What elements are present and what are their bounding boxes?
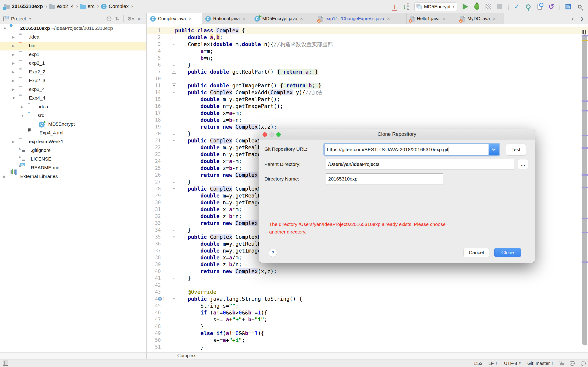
git-url-combobox[interactable]: https://gitee.com/BESTI-IS-JAVA-2018/201… xyxy=(324,144,499,156)
error-stripe-mark[interactable] xyxy=(582,232,588,233)
commit-icon[interactable] xyxy=(523,2,533,12)
tree-item-Exp4_4.iml[interactable]: Exp4_4.iml xyxy=(0,129,146,138)
editor-scrollbar[interactable] xyxy=(582,24,588,352)
tree-item-exp2_1[interactable]: ▶exp2_1 xyxy=(0,59,146,68)
tree-item-src[interactable]: ▼src xyxy=(0,111,146,120)
panel-splitter[interactable] xyxy=(146,13,147,359)
chevron-right-icon[interactable]: ▶ xyxy=(12,79,15,83)
tree-item-.idea[interactable]: ▶.idea xyxy=(0,103,146,111)
parent-directory-input[interactable]: /Users/yan/IdeaProjects xyxy=(326,159,514,170)
tab-MD5Encrypt.java[interactable]: CMD5Encrypt.java× xyxy=(251,13,315,24)
tab-Rational.java[interactable]: CRational.java× xyxy=(202,13,251,24)
error-stripe-mark[interactable] xyxy=(582,187,588,188)
close-window-icon[interactable] xyxy=(262,132,267,137)
breadcrumb-item-src[interactable]: src xyxy=(80,3,95,9)
status-LF[interactable]: LF⇕ xyxy=(488,361,498,366)
tree-item-20165310exp[interactable]: ▼20165310exp ~/IdeaProjects/20165310exp xyxy=(0,24,146,33)
download-icon[interactable]: ↓ xyxy=(389,2,400,12)
close-icon[interactable]: × xyxy=(242,16,246,22)
tabs-dropdown-icon[interactable]: ▾ xyxy=(572,17,573,21)
error-stripe-mark[interactable] xyxy=(582,35,588,36)
zoom-window-icon[interactable] xyxy=(276,132,281,137)
cancel-button[interactable]: Cancel xyxy=(464,248,489,257)
tree-item-Exp4_4[interactable]: ▼Exp4_4 xyxy=(0,94,146,103)
update-code-icon[interactable]: ↓011001 xyxy=(401,2,411,12)
tree-item-.idea[interactable]: ▶.idea xyxy=(0,33,146,42)
status-1-53[interactable]: 1:53 xyxy=(474,361,483,366)
breadcrumb-item-exp2_4[interactable]: exp2_4 xyxy=(49,3,73,9)
hide-panel-icon[interactable]: ⇤ xyxy=(138,16,142,22)
close-icon[interactable]: × xyxy=(300,16,303,22)
collapse-all-icon[interactable]: ⇅ xyxy=(115,16,119,22)
error-stripe-mark[interactable] xyxy=(582,77,588,78)
coverage-icon[interactable] xyxy=(483,2,493,12)
chevron-right-icon[interactable]: ▶ xyxy=(12,35,15,39)
browse-button[interactable]: ... xyxy=(518,159,528,169)
chevron-down-icon[interactable]: ▼ xyxy=(12,96,15,100)
locate-icon[interactable] xyxy=(107,17,111,21)
lock-icon[interactable] xyxy=(560,363,564,365)
chevron-right-icon[interactable]: ▶ xyxy=(12,70,15,74)
url-dropdown-button[interactable] xyxy=(489,144,499,155)
update-project-icon[interactable]: ✓ xyxy=(512,2,522,12)
error-stripe-mark[interactable] xyxy=(582,218,588,219)
gear-icon[interactable]: ⚙▾ xyxy=(127,16,134,22)
tree-item-Exp2_3[interactable]: ▶Exp2_3 xyxy=(0,77,146,85)
search-icon[interactable] xyxy=(575,2,585,12)
tree-item-exp2_4[interactable]: ▶exp2_4 xyxy=(0,85,146,94)
close-icon[interactable]: × xyxy=(387,16,390,22)
tree-item-bin[interactable]: ▶bin xyxy=(0,42,146,50)
tree-item-LICENSE[interactable]: LICENSE xyxy=(0,155,146,164)
chevron-down-icon[interactable]: ▾ xyxy=(29,17,31,21)
toolwindow-toggle-icon[interactable] xyxy=(3,361,8,366)
tree-item-README.md[interactable]: README.md xyxy=(0,164,146,173)
error-stripe-mark[interactable] xyxy=(582,110,588,111)
tab-MyDC.java[interactable]: MyDC.java× xyxy=(457,13,503,24)
tree-item-expTeamWeek1[interactable]: ▶expTeamWeek1 xyxy=(0,138,146,146)
overrides-method-icon[interactable]: o↑ xyxy=(158,297,167,301)
hector-icon[interactable] xyxy=(570,361,575,366)
tree-item-External Libraries[interactable]: ▶External Libraries xyxy=(0,173,146,181)
error-stripe-mark[interactable] xyxy=(582,135,588,136)
editor-breadcrumb[interactable]: Complex xyxy=(177,353,195,358)
tree-item-Exp2_2[interactable]: ▶Exp2_2 xyxy=(0,68,146,77)
run-icon[interactable] xyxy=(460,2,470,12)
revert-icon[interactable]: ↺ xyxy=(546,2,556,12)
status-UTF-8[interactable]: UTF-8⇕ xyxy=(504,361,521,366)
tree-item-exp1[interactable]: ▶exp1 xyxy=(0,50,146,59)
chevron-right-icon[interactable]: ▶ xyxy=(12,61,15,65)
chevron-down-icon[interactable]: ▼ xyxy=(21,114,24,117)
run-config-selector[interactable]: MD5Encrypt ▾ xyxy=(414,2,457,11)
chevron-down-icon[interactable]: ▼ xyxy=(3,26,7,30)
tree-item-MD5Encrypt[interactable]: CMD5Encrypt xyxy=(0,120,146,129)
chevron-right-icon[interactable]: ▶ xyxy=(12,44,15,48)
tab-Hello1.java[interactable]: Hello1.java× xyxy=(406,13,457,24)
error-stripe-mark[interactable] xyxy=(582,147,588,149)
chevron-right-icon[interactable]: ▶ xyxy=(12,52,15,57)
breadcrumb-item-20165310exp[interactable]: 20165310exp xyxy=(4,3,43,9)
error-stripe-mark[interactable] xyxy=(582,261,588,263)
bubble-icon[interactable] xyxy=(581,361,586,365)
directory-name-input[interactable]: 20165310exp xyxy=(326,173,443,184)
error-stripe-mark[interactable] xyxy=(582,174,588,176)
help-button[interactable]: ? xyxy=(269,249,277,257)
close-icon[interactable]: × xyxy=(493,16,496,22)
chevron-right-icon[interactable]: ▶ xyxy=(12,87,15,92)
dialog-titlebar[interactable]: Clone Repository xyxy=(259,129,535,140)
structure-icon[interactable] xyxy=(563,2,573,12)
tabs-list-icon[interactable]: ≡ xyxy=(575,16,578,22)
stop-icon[interactable] xyxy=(495,2,505,12)
error-stripe-mark[interactable] xyxy=(582,40,588,41)
chevron-right-icon[interactable]: ▶ xyxy=(12,140,15,144)
debug-icon[interactable] xyxy=(472,2,482,12)
error-stripe-mark[interactable] xyxy=(582,100,588,102)
tree-item-.gitignore[interactable]: .gitignore xyxy=(0,146,146,155)
clone-button[interactable]: Clone xyxy=(494,248,521,257)
git-url-input[interactable]: https://gitee.com/BESTI-IS-JAVA-2018/201… xyxy=(325,144,489,155)
status-Git-master[interactable]: Git: master⇕ xyxy=(527,361,554,366)
history-icon[interactable] xyxy=(535,2,545,12)
project-tree[interactable]: ▼20165310exp ~/IdeaProjects/20165310exp▶… xyxy=(0,24,146,352)
scrollbar-thumb[interactable] xyxy=(582,34,587,345)
test-button[interactable]: Test xyxy=(506,144,526,156)
chevron-right-icon[interactable]: ▶ xyxy=(21,105,23,109)
